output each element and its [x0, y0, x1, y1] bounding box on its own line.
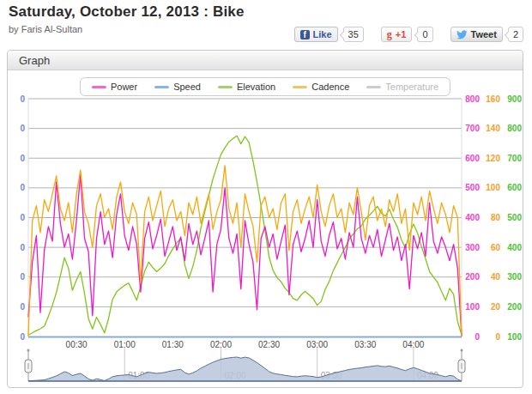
svg-text:100: 100: [507, 332, 522, 342]
facebook-like-button[interactable]: f Like: [294, 27, 338, 42]
svg-text:0: 0: [475, 332, 480, 342]
graph-panel-body: PowerSpeedElevationCadenceTemperature 08…: [8, 70, 523, 387]
tweet-label: Tweet: [471, 29, 497, 39]
legend-swatch-speed: [154, 86, 169, 88]
svg-text:60: 60: [491, 243, 501, 252]
facebook-like-label: Like: [313, 29, 332, 39]
svg-text:0: 0: [20, 94, 25, 104]
svg-text:20: 20: [491, 302, 501, 312]
svg-text:200: 200: [465, 272, 480, 282]
workout-chart[interactable]: 0800160900070014080006001207000500100600…: [8, 70, 524, 387]
svg-text:600: 600: [507, 183, 522, 192]
svg-text:80: 80: [491, 213, 501, 222]
legend-swatch-temperature: [366, 86, 381, 88]
facebook-like-count: 35: [343, 27, 364, 42]
legend-label: Temperature: [385, 82, 438, 92]
legend-item-power[interactable]: Power: [92, 82, 137, 92]
svg-text:0: 0: [20, 243, 25, 252]
legend-swatch-cadence: [293, 86, 307, 88]
tweet-count: 2: [508, 27, 523, 42]
svg-text:140: 140: [486, 124, 500, 133]
svg-text:900: 900: [507, 94, 522, 104]
navigator-handle-left[interactable]: [25, 349, 32, 382]
legend-item-speed[interactable]: Speed: [154, 82, 201, 92]
svg-text:0: 0: [20, 183, 25, 192]
googleplus-icon: g: [387, 28, 392, 41]
svg-text:100: 100: [486, 183, 500, 192]
svg-text:800: 800: [465, 94, 480, 104]
svg-text:400: 400: [507, 243, 522, 252]
svg-text:700: 700: [465, 124, 480, 133]
svg-text:0: 0: [20, 154, 25, 163]
graph-panel-header: Graph: [8, 51, 523, 70]
svg-text:03:30: 03:30: [354, 340, 376, 349]
svg-text:800: 800: [507, 124, 522, 133]
workout-page: Saturday, October 12, 2013 : Bike by Far…: [0, 0, 532, 394]
twitter-bird-icon: [456, 30, 468, 39]
facebook-like-group: f Like 35: [294, 27, 364, 42]
svg-text:0: 0: [20, 332, 25, 342]
svg-text:400: 400: [465, 213, 480, 222]
svg-text:0: 0: [20, 302, 25, 312]
tweet-group: Tweet 2: [450, 27, 523, 42]
legend-item-elevation[interactable]: Elevation: [218, 82, 275, 92]
svg-text:160: 160: [486, 94, 500, 104]
legend-swatch-power: [92, 86, 106, 88]
legend-label: Speed: [173, 82, 201, 92]
navigator-elevation-profile[interactable]: [28, 357, 462, 381]
author-byline: by Faris Al-Sultan: [9, 24, 82, 34]
graph-panel: Graph PowerSpeedElevationCadenceTemperat…: [7, 50, 523, 388]
legend-item-cadence[interactable]: Cadence: [293, 82, 349, 92]
svg-text:500: 500: [465, 183, 480, 192]
svg-text:600: 600: [465, 154, 480, 163]
cadence-line: [28, 166, 462, 336]
plusone-group: g +1 0: [381, 27, 433, 42]
legend-swatch-elevation: [218, 86, 233, 88]
plusone-button[interactable]: g +1: [381, 27, 413, 42]
page-title: Saturday, October 12, 2013 : Bike: [9, 3, 245, 21]
chart-legend: PowerSpeedElevationCadenceTemperature: [80, 77, 450, 96]
svg-text:700: 700: [507, 154, 522, 163]
svg-text:0: 0: [20, 213, 25, 222]
navigator-handle-right[interactable]: [458, 349, 465, 382]
svg-text:00:30: 00:30: [66, 340, 88, 349]
legend-label: Elevation: [237, 82, 275, 92]
svg-text:300: 300: [507, 272, 522, 282]
svg-text:0: 0: [20, 124, 25, 133]
svg-text:40: 40: [491, 272, 501, 282]
svg-text:0: 0: [495, 332, 500, 342]
plusone-count: 0: [417, 27, 432, 42]
svg-text:300: 300: [465, 243, 480, 252]
svg-text:02:30: 02:30: [258, 340, 280, 349]
plusone-label: +1: [396, 29, 407, 39]
tweet-button[interactable]: Tweet: [450, 27, 503, 42]
svg-text:01:30: 01:30: [162, 340, 184, 349]
legend-label: Cadence: [311, 82, 349, 92]
svg-text:0: 0: [20, 272, 25, 282]
svg-text:500: 500: [507, 213, 522, 222]
legend-item-temperature[interactable]: Temperature: [366, 82, 438, 92]
svg-text:120: 120: [486, 154, 500, 163]
svg-text:100: 100: [465, 302, 480, 312]
svg-text:200: 200: [507, 302, 522, 312]
facebook-icon: f: [300, 30, 310, 39]
legend-label: Power: [111, 82, 137, 92]
social-buttons: f Like 35 g +1 0 Tweet 2: [294, 27, 523, 42]
